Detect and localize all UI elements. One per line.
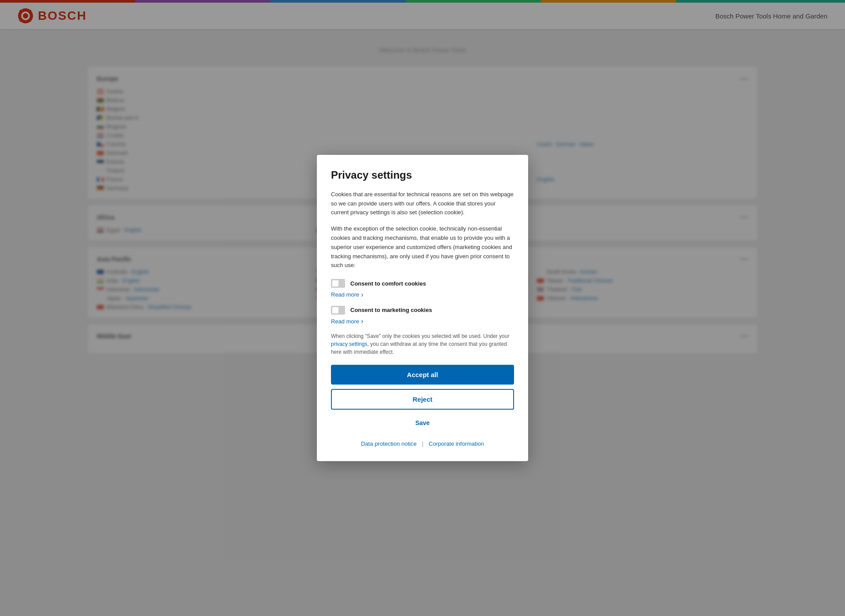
- save-button[interactable]: Save: [331, 414, 514, 432]
- marketing-read-more-link[interactable]: Read more: [331, 317, 364, 325]
- comfort-cookies-row: Consent to comfort cookies: [331, 279, 514, 288]
- save-notice: When clicking "Save" only the cookies yo…: [331, 332, 514, 356]
- save-notice-prefix: When clicking "Save" only the cookies yo…: [331, 333, 509, 339]
- data-protection-link[interactable]: Data protection notice: [361, 440, 416, 447]
- comfort-cookies-label: Consent to comfort cookies: [350, 280, 426, 287]
- marketing-cookies-label: Consent to marketing cookies: [350, 307, 432, 313]
- comfort-cookies-toggle[interactable]: [331, 279, 345, 288]
- modal-title: Privacy settings: [331, 169, 514, 181]
- modal-desc: With the exception of the selection cook…: [331, 224, 514, 270]
- marketing-cookies-toggle[interactable]: [331, 306, 345, 315]
- privacy-settings-link[interactable]: privacy settings: [331, 341, 367, 347]
- marketing-cookies-row: Consent to marketing cookies: [331, 306, 514, 315]
- modal-footer: Data protection notice | Corporate infor…: [331, 440, 514, 447]
- footer-separator: |: [422, 440, 423, 447]
- modal-intro: Cookies that are essential for technical…: [331, 190, 514, 217]
- reject-button[interactable]: Reject: [331, 389, 514, 410]
- corporate-information-link[interactable]: Corporate information: [429, 440, 484, 447]
- privacy-settings-modal: Privacy settings Cookies that are essent…: [317, 155, 528, 461]
- comfort-read-more-link[interactable]: Read more: [331, 291, 364, 299]
- modal-overlay: Privacy settings Cookies that are essent…: [0, 0, 845, 616]
- accept-all-button[interactable]: Accept all: [331, 365, 514, 385]
